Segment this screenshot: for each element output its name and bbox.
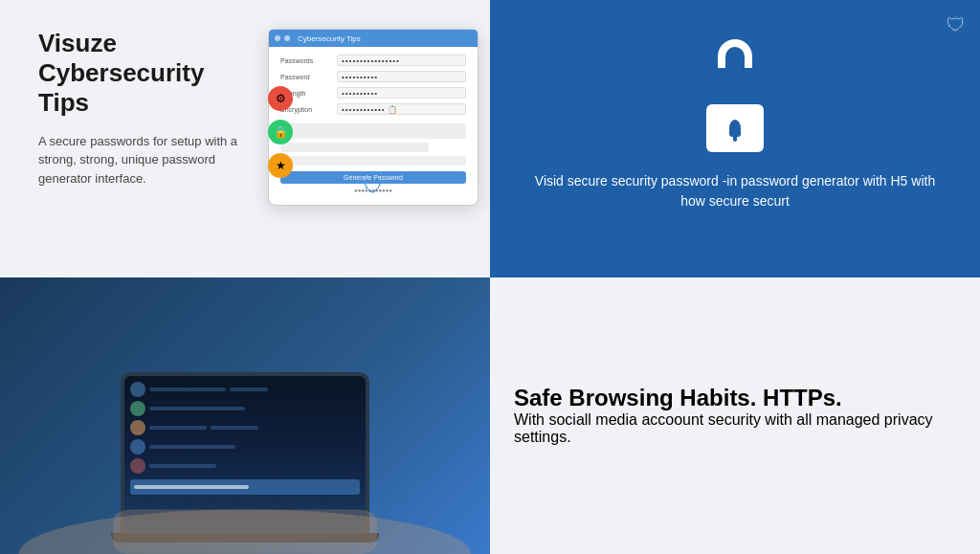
hands-svg: [0, 443, 490, 554]
field-value: •••••••••••• 📋: [337, 103, 466, 115]
field-dots: ••••••••••••: [342, 105, 386, 114]
screen-line: [230, 388, 268, 391]
field-value: ••••••••••: [337, 87, 466, 99]
titlebar-dot: [284, 35, 290, 41]
cell-top-right: 🛡 Visid secure security password -in pas…: [490, 0, 980, 277]
mockup-field-strength: Strength ••••••••••: [280, 87, 466, 99]
bottom-shield-icon: 🛡: [364, 176, 383, 198]
page-layout: Visuze Cybersecurity Tips A secure passw…: [0, 0, 980, 554]
field-label: Passwords: [280, 57, 333, 64]
cell-bottom-left: [0, 277, 490, 555]
cell-top-left: Visuze Cybersecurity Tips A secure passw…: [0, 0, 490, 277]
screen-line: [149, 407, 245, 410]
field-dots: ••••••••••••••••: [342, 56, 400, 65]
main-heading: Visuze Cybersecurity Tips: [38, 29, 258, 119]
lock-shackle: [718, 39, 752, 68]
titlebar-dot: [275, 35, 280, 41]
lock-body: [706, 104, 764, 152]
floating-shield-icon: 🛡: [947, 14, 966, 36]
screen-circle: [130, 420, 145, 435]
password-mockup-container: 🔓 🛡 Cybersecurity Tips Passwords •••••••…: [268, 29, 479, 206]
field-value: ••••••••••••••••: [337, 55, 466, 66]
mockup-field-encryption: Encryption •••••••••••• 📋: [280, 103, 466, 115]
screen-row: [130, 420, 360, 435]
mockup-field-password: Password ••••••••••: [280, 71, 466, 82]
top-left-text: Visuze Cybersecurity Tips A secure passw…: [38, 29, 258, 188]
screen-line: [149, 426, 207, 430]
screen-line: [149, 388, 226, 391]
cell-bottom-center: Safe Browsing Habits. HTTPs. With social…: [490, 277, 980, 555]
screen-row: [130, 401, 360, 416]
mockup-field-passwords: Passwords ••••••••••••••••: [280, 55, 466, 66]
mockup-titlebar: Cybersecurity Tips: [269, 30, 478, 47]
screen-row: [130, 382, 360, 397]
bottom-description: With sociall media accoount security wit…: [514, 411, 956, 446]
field-dots: ••••••••••: [342, 89, 378, 98]
field-value: ••••••••••: [337, 71, 466, 82]
lock-keyhole: [729, 120, 741, 137]
main-description: A secure passwords for setup with a stro…: [38, 132, 258, 188]
svg-rect-1: [113, 510, 377, 554]
green-icon: 🔒: [268, 120, 293, 144]
large-lock-icon: [692, 66, 778, 152]
screen-circle: [130, 382, 145, 397]
mockup-title: Cybersecurity Tips: [298, 34, 361, 43]
screen-circle: [130, 401, 145, 416]
bottom-heading: Safe Browsing Habits. HTTPs.: [514, 385, 956, 411]
field-dots: ••••••••••: [342, 73, 378, 81]
field-label: Password: [280, 74, 333, 80]
top-right-description: Visid secure security password -in passw…: [528, 171, 942, 211]
orange-icon: ★: [268, 153, 293, 178]
screen-line: [211, 426, 258, 430]
red-icon: ⚙: [268, 86, 293, 111]
